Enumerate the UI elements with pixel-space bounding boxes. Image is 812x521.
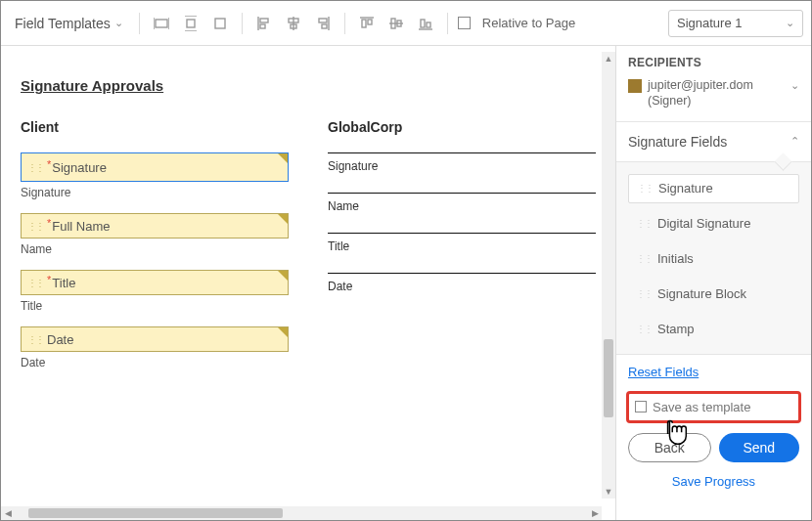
align-right-icon[interactable]	[311, 12, 335, 35]
svg-rect-14	[319, 19, 327, 22]
caption-name: Name	[21, 242, 289, 256]
svg-rect-3	[187, 20, 195, 27]
corner-icon	[278, 271, 288, 281]
caption-date: Date	[328, 280, 596, 293]
signer-select-value: Signature 1	[677, 16, 743, 30]
field-label: Full Name	[52, 219, 110, 234]
reset-fields-link[interactable]: Reset Fields	[616, 355, 811, 385]
field-label: Signature	[52, 160, 107, 175]
svg-rect-15	[322, 24, 327, 28]
name-line	[328, 193, 596, 194]
palette-stamp[interactable]: ⋮⋮ Stamp	[628, 315, 799, 344]
corner-icon	[278, 327, 288, 337]
corner-icon	[278, 214, 288, 224]
date-line	[328, 273, 596, 274]
save-progress-link[interactable]: Save Progress	[616, 466, 811, 497]
grip-icon: ⋮⋮	[27, 278, 43, 288]
field-templates-dropdown[interactable]: Field Templates ⌄	[9, 12, 129, 35]
save-as-template-label: Save as template	[653, 400, 750, 414]
palette-label: Initials	[657, 251, 694, 266]
align-width-icon[interactable]	[150, 12, 173, 35]
separator	[447, 13, 448, 34]
required-icon: *	[47, 217, 51, 229]
scroll-left-icon[interactable]: ◀	[1, 508, 15, 518]
fullname-field[interactable]: ⋮⋮ * Full Name	[21, 213, 289, 239]
grip-icon: ⋮⋮	[636, 218, 652, 229]
svg-rect-0	[156, 20, 167, 27]
align-both-icon[interactable]	[208, 12, 232, 35]
action-buttons: Back Send	[616, 423, 811, 466]
scroll-up-icon[interactable]: ▲	[602, 52, 615, 65]
chevron-up-icon: ⌃	[790, 135, 799, 148]
save-as-template-row[interactable]: Save as template	[626, 391, 801, 423]
vertical-scrollbar[interactable]: ▲ ▼	[602, 52, 615, 499]
caption-signature: Signature	[328, 159, 596, 173]
required-icon: *	[47, 274, 51, 285]
relative-to-page-label: Relative to Page	[482, 16, 575, 30]
chevron-down-icon: ⌄	[114, 17, 123, 29]
checkbox-icon[interactable]	[635, 401, 647, 412]
recipients-header: RECIPIENTS	[628, 56, 799, 69]
palette-signature[interactable]: ⋮⋮ Signature	[628, 174, 799, 203]
separator	[139, 13, 140, 34]
title-field[interactable]: ⋮⋮ * Title	[21, 270, 289, 295]
signature-line	[328, 152, 596, 153]
signature-fields-label: Signature Fields	[628, 134, 727, 150]
palette-initials[interactable]: ⋮⋮ Initials	[628, 244, 799, 274]
required-icon: *	[47, 158, 51, 170]
back-label: Back	[654, 440, 685, 456]
hscroll-track[interactable]	[15, 506, 588, 520]
scroll-down-icon[interactable]: ▼	[602, 485, 615, 499]
recipient-text: jupiter@jupiter.dom (Signer)	[648, 77, 785, 109]
horizontal-scrollbar[interactable]: ◀ ▶	[1, 506, 602, 520]
date-field[interactable]: ⋮⋮ Date	[21, 326, 289, 352]
caption-signature: Signature	[21, 186, 289, 199]
palette-signature-block[interactable]: ⋮⋮ Signature Block	[628, 280, 799, 309]
scroll-track[interactable]	[602, 65, 615, 485]
relative-to-page-toggle[interactable]: Relative to Page	[482, 16, 575, 30]
field-templates-label: Field Templates	[15, 16, 111, 31]
svg-rect-24	[427, 22, 430, 27]
align-left-icon[interactable]	[252, 12, 276, 35]
separator	[242, 13, 243, 34]
signature-field[interactable]: ⋮⋮ * Signature	[21, 152, 289, 182]
caption-title: Title	[328, 239, 596, 253]
svg-rect-17	[362, 20, 366, 27]
caption-name: Name	[328, 199, 596, 213]
right-panel: RECIPIENTS jupiter@jupiter.dom (Signer) …	[615, 46, 811, 520]
reset-fields-label: Reset Fields	[628, 365, 699, 379]
grip-icon: ⋮⋮	[27, 334, 43, 345]
field-palette: ⋮⋮ Signature ⋮⋮ Digital Signature ⋮⋮ Ini…	[616, 162, 811, 355]
align-height-icon[interactable]	[179, 12, 203, 35]
palette-label: Stamp	[657, 322, 695, 336]
recipient-role: (Signer)	[648, 94, 691, 108]
save-progress-label: Save Progress	[672, 474, 755, 489]
caption-title: Title	[21, 299, 289, 313]
recipient-row[interactable]: jupiter@jupiter.dom (Signer) ⌄	[628, 77, 799, 117]
grip-icon: ⋮⋮	[636, 288, 652, 299]
grip-icon: ⋮⋮	[636, 253, 652, 264]
signer-select[interactable]: Signature 1 ⌄	[668, 10, 803, 37]
globalcorp-column: GlobalCorp Signature Name Title Date	[328, 119, 596, 383]
svg-rect-9	[260, 24, 265, 28]
signature-fields-header[interactable]: Signature Fields ⌃	[616, 121, 811, 162]
scroll-thumb[interactable]	[604, 339, 613, 417]
palette-label: Digital Signature	[657, 216, 750, 231]
recipients-section: RECIPIENTS jupiter@jupiter.dom (Signer) …	[616, 46, 811, 121]
send-button[interactable]: Send	[719, 433, 800, 462]
align-center-h-icon[interactable]	[282, 12, 305, 35]
grip-icon: ⋮⋮	[636, 324, 652, 334]
document-canvas[interactable]: Signature Approvals Client ⋮⋮ * Signatur…	[1, 46, 615, 520]
align-bottom-icon[interactable]	[414, 12, 437, 35]
send-label: Send	[743, 440, 775, 456]
chevron-down-icon: ⌄	[790, 79, 799, 92]
back-button[interactable]: Back	[628, 433, 711, 462]
palette-digital-signature[interactable]: ⋮⋮ Digital Signature	[628, 209, 799, 239]
scroll-right-icon[interactable]: ▶	[588, 508, 602, 518]
align-center-v-icon[interactable]	[384, 12, 408, 35]
hscroll-thumb[interactable]	[28, 508, 283, 518]
grip-icon: ⋮⋮	[27, 162, 43, 173]
align-top-icon[interactable]	[355, 12, 379, 35]
main-area: Signature Approvals Client ⋮⋮ * Signatur…	[1, 46, 811, 520]
caption-date: Date	[21, 356, 289, 369]
